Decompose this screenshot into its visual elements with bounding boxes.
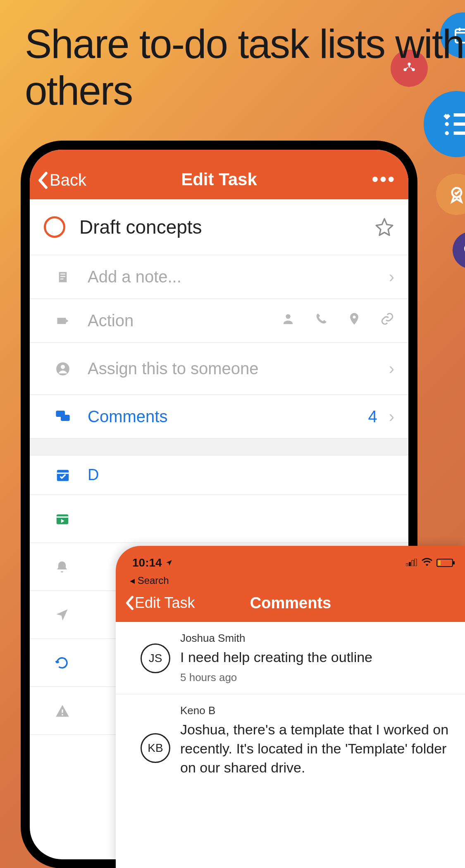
svg-rect-23 <box>406 564 408 566</box>
svg-point-16 <box>61 365 65 369</box>
status-bar: 10:14 <box>116 546 465 575</box>
add-note-row[interactable]: Add a note... › <box>30 255 408 299</box>
comment-text: I need help creating the outline <box>180 648 453 667</box>
location-icon[interactable] <box>347 312 361 330</box>
task-title[interactable]: Draft concepts <box>79 216 374 238</box>
assign-row[interactable]: Assign this to someone › <box>30 342 408 395</box>
svg-rect-24 <box>409 562 411 566</box>
chevron-left-icon <box>125 595 134 610</box>
start-date-row[interactable] <box>30 495 408 543</box>
back-button[interactable]: Back <box>37 171 86 189</box>
comments-label: Comments <box>88 407 368 426</box>
task-complete-toggle[interactable] <box>44 216 65 238</box>
svg-point-14 <box>353 316 355 318</box>
bell-icon <box>55 560 69 574</box>
star-icon[interactable] <box>374 217 394 237</box>
svg-rect-19 <box>57 470 69 481</box>
comments-count: 4 <box>368 407 377 426</box>
comment-text: Joshua, there's a template that I worked… <box>180 720 453 777</box>
chevron-right-icon: › <box>389 407 394 426</box>
assign-icon <box>55 361 71 377</box>
link-icon[interactable] <box>380 312 394 330</box>
due-label-partial: D <box>88 466 99 484</box>
svg-rect-21 <box>62 709 63 713</box>
comment-time: 5 hours ago <box>180 671 453 684</box>
svg-rect-26 <box>415 559 417 566</box>
svg-point-7 <box>445 131 449 135</box>
repeat-icon <box>55 655 69 670</box>
navbar-edit-task: Back Edit Task ••• <box>30 150 408 199</box>
action-row[interactable]: Action <box>30 299 408 342</box>
chevron-right-icon: › <box>389 268 394 286</box>
section-spacer <box>30 438 408 455</box>
promo-headline: Share to-do task lists with others <box>25 21 465 114</box>
comments-row[interactable]: Comments 4 › <box>30 395 408 438</box>
chevron-right-icon: › <box>389 359 394 378</box>
svg-point-5 <box>445 122 449 126</box>
action-shortcut-icons <box>281 312 394 330</box>
svg-rect-18 <box>61 415 70 421</box>
contact-icon[interactable] <box>281 312 295 330</box>
chevron-left-icon <box>37 171 48 189</box>
navbar-title: Edit Task <box>30 170 408 189</box>
signal-icon <box>406 557 417 569</box>
avatar: KB <box>141 733 170 763</box>
ribbon-bubble-icon <box>436 174 465 215</box>
breadcrumb-search[interactable]: ◂ Search <box>116 575 465 589</box>
more-button[interactable]: ••• <box>372 169 396 189</box>
warning-icon <box>55 703 70 719</box>
svg-rect-12 <box>57 318 66 324</box>
action-icon <box>55 313 71 329</box>
location-services-icon <box>165 559 173 567</box>
calendar-check-icon <box>55 467 71 483</box>
task-title-row: Draft concepts <box>30 199 408 255</box>
comment-author: Keno B <box>180 704 453 717</box>
comment-item: JS Joshua Smith I need help creating the… <box>116 622 465 694</box>
back-label: Back <box>50 171 86 189</box>
assign-label: Assign this to someone <box>88 359 389 378</box>
due-date-row[interactable]: D <box>30 455 408 495</box>
svg-rect-22 <box>62 714 63 715</box>
svg-rect-25 <box>412 560 414 566</box>
search-bubble-icon <box>453 232 465 269</box>
action-label: Action <box>88 311 281 330</box>
comments-icon <box>55 409 71 425</box>
comment-item: KB Keno B Joshua, there's a template tha… <box>116 694 465 791</box>
back-to-edit-task-button[interactable]: Edit Task <box>125 594 195 612</box>
comment-author: Joshua Smith <box>180 632 453 645</box>
avatar: JS <box>141 643 170 673</box>
status-time: 10:14 <box>132 556 162 569</box>
phone-icon[interactable] <box>314 312 328 330</box>
navbar-comments: Edit Task Comments <box>116 589 465 622</box>
add-note-label: Add a note... <box>88 268 389 286</box>
location-arrow-icon <box>55 607 69 622</box>
svg-point-13 <box>286 314 290 319</box>
wifi-icon <box>422 557 432 569</box>
start-date-icon <box>55 511 70 527</box>
note-icon <box>55 269 71 285</box>
battery-icon <box>436 559 453 567</box>
phone-frame-2: 10:14 ◂ Search Edit Task Comments JS Jos… <box>116 546 465 868</box>
svg-rect-20 <box>57 514 69 524</box>
back-label: Edit Task <box>135 594 195 612</box>
